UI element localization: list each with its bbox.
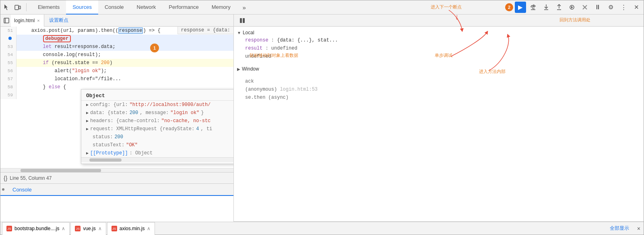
scope-item-result: result : undefined	[237, 44, 640, 52]
show-all-button[interactable]: 全部显示	[607, 223, 632, 233]
settings-button[interactable]: ⚙	[605, 2, 616, 13]
svg-rect-0	[15, 5, 19, 10]
code-content-51: axios.post(url, params).then((response) …	[17, 27, 166, 35]
code-content-56: alert("login ok");	[17, 67, 107, 75]
console-panel: Console	[0, 183, 233, 222]
bottom-bar: JS bootstrap.bundle....js ∧ JS vue.js ∧ …	[0, 222, 644, 235]
code-content-57: location.href="/file...	[17, 75, 121, 83]
scope-title-window: Window	[242, 66, 259, 72]
file-tab-close-icon[interactable]: ×	[36, 18, 40, 23]
right-toolbar	[237, 15, 248, 26]
tooltip-item-config[interactable]: ▶ config: {url: "http://localhost:9000/a…	[81, 101, 233, 109]
tooltip-scrollbar[interactable]	[81, 157, 233, 162]
devtools-window: Elements Sources Console Network Perform…	[0, 0, 644, 235]
scope-item-response: response : {data: {...}, stat...	[237, 36, 640, 44]
file-icon-axios: JS	[111, 226, 117, 231]
tab-network[interactable]: Network	[130, 0, 163, 15]
scope-section-callstack: ack (anonymous) login.html:53 se.then (a…	[234, 77, 644, 102]
device-icon[interactable]	[13, 3, 22, 12]
code-content-53: let result=response.data;	[17, 43, 116, 51]
tab-elements[interactable]: Elements	[31, 0, 66, 15]
tab-performance[interactable]: Performance	[162, 0, 205, 15]
tab-memory[interactable]: Memory	[205, 0, 237, 15]
svg-rect-12	[240, 18, 242, 23]
close-devtools-button[interactable]: ✕	[631, 2, 642, 13]
tab-console[interactable]: Console	[98, 0, 130, 15]
code-content-58: } else {	[17, 83, 66, 91]
pause-exceptions-button[interactable]	[237, 15, 248, 26]
tooltip-item-data[interactable]: ▶ data: {state: 200 , message: "login ok…	[81, 109, 233, 117]
file-tab-login[interactable]: login.html ×	[11, 15, 44, 27]
scope-section-local: ▼ Local response : {data: {...}, stat...…	[234, 28, 644, 61]
tab-bar-icons	[2, 3, 28, 12]
console-body[interactable]	[0, 196, 233, 222]
line-number-57: 57	[0, 75, 17, 83]
response-preview: response = {data:	[178, 27, 233, 34]
step-into-button[interactable]	[541, 2, 552, 13]
tooltip-item-prototype[interactable]: ▶ [[Prototype]] : Object	[81, 149, 233, 157]
scope-section-window: ▶ Window	[234, 64, 644, 73]
code-line-53: 53 let result=response.data;	[0, 43, 233, 51]
more-tabs-button[interactable]: »	[239, 2, 250, 13]
scope-item-ack: ack	[237, 77, 640, 85]
status-text: Line 55, Column 47	[10, 175, 52, 181]
code-scrollbar[interactable]	[0, 168, 233, 172]
cursor-icon[interactable]	[2, 3, 11, 12]
object-tooltip: Object ▶ config: {url: "http://localhost…	[81, 89, 233, 164]
console-tab-bar: Console	[0, 184, 233, 196]
code-scrollbar-thumb	[21, 169, 101, 172]
code-content-59	[17, 91, 23, 99]
bottom-file-tab-vue[interactable]: JS vue.js ∧	[70, 222, 106, 235]
line-number-59: 59	[0, 91, 17, 99]
code-line-55: 55 if (result.state == 200)	[0, 59, 233, 67]
status-bar: {} Line 55, Column 47	[0, 172, 233, 183]
expand-icon: ▶	[86, 127, 89, 131]
breakpoint-label: 设置断点	[49, 17, 68, 24]
tooltip-item-headers[interactable]: ▶ headers: {cache-control: "no-cache, no…	[81, 117, 233, 125]
svg-rect-10	[4, 18, 9, 23]
scope-header-window[interactable]: ▶ Window	[237, 65, 640, 73]
bottom-bar-right: 全部显示 ×	[607, 223, 642, 233]
top-tab-bar: Elements Sources Console Network Perform…	[0, 0, 644, 15]
console-dot-icon	[2, 188, 4, 191]
step-over-button[interactable]	[528, 2, 539, 13]
tooltip-item-status[interactable]: status: 200	[81, 133, 233, 141]
scope-header-local[interactable]: ▼ Local	[237, 29, 640, 36]
bottom-file-caret-axios: ∧	[147, 226, 151, 231]
debug-play-button[interactable]: ▶	[515, 2, 526, 13]
code-editor-area: response = {data: 51 axios.post(url, par…	[0, 27, 233, 172]
bottom-file-name-axios: axios.min.js	[120, 226, 145, 231]
scope-item-anonymous: (anonymous) login.html:53	[237, 85, 640, 94]
code-content-55: if (result.state == 200)	[17, 59, 112, 67]
step-button[interactable]	[566, 2, 578, 13]
tooltip-item-statustext[interactable]: statusText: "OK"	[81, 141, 233, 149]
bottom-file-caret-bootstrap: ∧	[62, 226, 65, 231]
code-line-54: 54 console.log(result);	[0, 51, 233, 59]
right-panel: ▼ Local response : {data: {...}, stat...…	[234, 15, 644, 222]
tab-sources[interactable]: Sources	[66, 0, 98, 15]
code-editor[interactable]: response = {data: 51 axios.post(url, par…	[0, 27, 233, 168]
expand-icon: ▶	[86, 119, 89, 123]
line-number-56: 56	[0, 67, 17, 75]
bottom-file-name-bootstrap: bootstrap.bundle....js	[14, 226, 59, 231]
console-tab[interactable]: Console	[8, 184, 37, 196]
bottom-file-tab-bootstrap[interactable]: JS bootstrap.bundle....js ∧	[2, 222, 70, 235]
line-number-52	[0, 35, 17, 43]
file-tab-name: login.html	[14, 18, 35, 23]
code-line-52: debugger	[0, 35, 233, 43]
sources-panel: login.html × 设置断点 response = {data: 51 a…	[0, 15, 234, 222]
more-options-button[interactable]: ⋮	[618, 2, 629, 13]
scope-title-local: Local	[243, 30, 254, 35]
file-icon-vue: JS	[75, 226, 80, 231]
bottom-file-tab-axios[interactable]: JS axios.min.js ∧	[107, 222, 155, 235]
svg-rect-1	[19, 6, 21, 9]
step-out-button[interactable]	[553, 2, 565, 13]
scope-item-undefined: undefined	[237, 52, 640, 60]
pause-button[interactable]: ⏸	[592, 2, 603, 13]
expand-icon: ▶	[86, 151, 89, 156]
toggle-sidebar-icon[interactable]	[2, 16, 11, 25]
deactivate-breakpoints-button[interactable]	[579, 2, 590, 13]
close-bottom-bar-button[interactable]: ×	[636, 225, 642, 233]
tooltip-item-request[interactable]: ▶ request: XMLHttpRequest {readyState: 4…	[81, 125, 233, 133]
line-number-54: 54	[0, 51, 17, 59]
